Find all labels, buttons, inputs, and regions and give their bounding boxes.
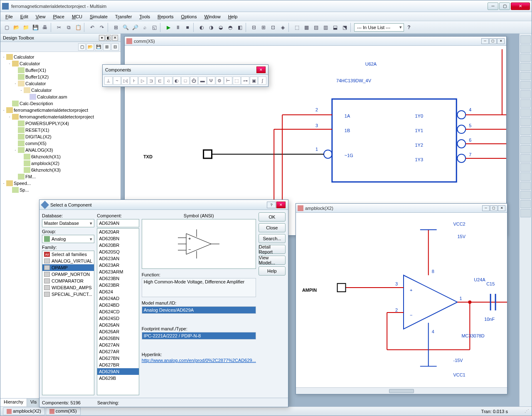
tree-node[interactable]: 6khznotch(X1) xyxy=(1,153,120,160)
family-item[interactable]: OPAMP_NORTON xyxy=(42,271,94,278)
component-item[interactable]: AD629AN xyxy=(97,368,138,375)
tb-ic6-icon[interactable]: ⊟ xyxy=(249,23,259,32)
dt-new-icon[interactable]: ▢ xyxy=(78,43,86,51)
tb-ic11-icon[interactable]: ▦ xyxy=(302,23,311,32)
group-combo[interactable]: Analog xyxy=(42,235,94,243)
tree-node[interactable]: -ferromagneticmaterialdetectorproject xyxy=(1,107,120,113)
component-item[interactable]: AD624 xyxy=(97,288,138,295)
tree-node[interactable]: -Speed... xyxy=(1,180,120,187)
tb-ic1-icon[interactable]: ◐ xyxy=(197,23,206,32)
hyperlink[interactable]: http://www.analog.com/en/prod/0%2C2877%2… xyxy=(142,358,256,363)
instr-19-icon[interactable] xyxy=(520,200,531,208)
tab-visibility[interactable]: Vis xyxy=(27,399,40,406)
component-item[interactable]: AD627AR xyxy=(97,348,138,355)
component-item[interactable]: AD620SQ xyxy=(97,249,138,255)
ampblock-schematic[interactable]: VCC2 15V + − AMPIN xyxy=(296,213,507,387)
tb-opend-icon[interactable]: 📁 xyxy=(21,23,30,32)
tree-node[interactable]: Sp... xyxy=(1,187,120,193)
dt-pin-icon[interactable]: ◧ xyxy=(106,35,111,41)
instr-8-icon[interactable] xyxy=(520,99,531,108)
tb-ic9-icon[interactable]: ◈ xyxy=(278,23,287,32)
comp-misc-icon[interactable]: ♫ xyxy=(164,76,172,85)
maximize-button[interactable]: ▢ xyxy=(499,2,510,10)
comp-hier-icon[interactable]: ∫ xyxy=(258,76,266,85)
model-text[interactable]: Analog Devices/AD629A xyxy=(142,306,256,314)
component-item[interactable]: AD623AN xyxy=(97,255,138,262)
comp-indicator-icon[interactable]: □ xyxy=(181,76,190,85)
mdi-min-icon[interactable]: ─ xyxy=(482,205,490,211)
instr-4-icon[interactable] xyxy=(520,63,531,71)
menu-help[interactable]: Help xyxy=(225,13,241,20)
tb-pause-icon[interactable]: ⏸ xyxy=(173,23,182,32)
component-item[interactable]: AD624BD xyxy=(97,302,138,308)
instr-9-icon[interactable] xyxy=(520,108,531,117)
window-ampblock-titlebar[interactable]: ampblock(X2) ─▢✕ xyxy=(296,204,507,213)
instr-2-icon[interactable] xyxy=(520,44,531,53)
tb-ic14-icon[interactable]: ⬓ xyxy=(330,23,340,32)
component-item[interactable]: AD624AD xyxy=(97,295,138,302)
component-item[interactable]: AD620BR xyxy=(97,242,138,249)
instr-18-icon[interactable] xyxy=(520,191,531,199)
design-toolbox-header[interactable]: Design Toolbox ▾◧✕ xyxy=(0,34,121,42)
tb-ic2-icon[interactable]: ◑ xyxy=(207,23,216,32)
family-item[interactable]: WIDEBAND_AMPS xyxy=(42,284,94,291)
ok-button[interactable]: OK xyxy=(259,212,286,222)
component-item[interactable]: AD626AR xyxy=(97,328,138,335)
instr-14-icon[interactable] xyxy=(520,154,531,162)
tree-node[interactable]: POWERSUPPLY(X4) xyxy=(1,120,120,127)
instr-5-icon[interactable] xyxy=(520,72,531,80)
doc-tab-ampblock[interactable]: ampblock(X2) xyxy=(3,407,45,415)
tb-zoomfit-icon[interactable]: ⊞ xyxy=(111,23,121,32)
comp-conn-icon[interactable]: ⊶ xyxy=(241,76,249,85)
titlebar[interactable]: ferromagneticmaterialdetectorproject - M… xyxy=(0,0,532,12)
components-toolbar-window[interactable]: Components ✕ ⊥ ~ ▷| ⊦ ▷ ⊐ ⊏ ♫ ◐ □ ⏻ ▬ Ψ … xyxy=(102,64,268,87)
tb-ic4-icon[interactable]: ◓ xyxy=(226,23,235,32)
instr-3-icon[interactable] xyxy=(520,54,531,62)
instr-20-icon[interactable] xyxy=(520,209,531,217)
search-button[interactable]: Search... xyxy=(259,234,286,243)
view-model-button[interactable]: View Model... xyxy=(259,256,286,265)
tb-ic5-icon[interactable]: ◧ xyxy=(235,23,244,32)
tb-zoomin-icon[interactable]: 🔍 xyxy=(121,23,130,32)
tb-ic10-icon[interactable]: ⬚ xyxy=(292,23,301,32)
detail-report-button[interactable]: Detail Report xyxy=(259,245,286,254)
component-item[interactable]: AD620BN xyxy=(97,235,138,242)
menu-view[interactable]: View xyxy=(32,13,49,20)
mdi-max-icon[interactable]: ▢ xyxy=(489,38,497,44)
dt-close-icon[interactable]: ✕ xyxy=(112,35,118,41)
tree-node[interactable]: Calculator.asm xyxy=(1,94,120,100)
tb-save-icon[interactable]: 💾 xyxy=(31,23,40,32)
tb-ic12-icon[interactable]: ▤ xyxy=(311,23,320,32)
menu-mcu[interactable]: MCU xyxy=(69,13,86,20)
component-item[interactable]: AD629B xyxy=(97,375,138,382)
tree-node[interactable]: comm(X5) xyxy=(1,140,120,147)
tb-ic7-icon[interactable]: ⊞ xyxy=(259,23,268,32)
comp-ni-icon[interactable]: ⬚ xyxy=(233,76,241,85)
comp-diode-icon[interactable]: ▷| xyxy=(121,76,130,85)
instr-1-icon[interactable] xyxy=(520,35,531,44)
mdi-min-icon[interactable]: ─ xyxy=(481,38,489,44)
dt-ic2-icon[interactable]: ⊟ xyxy=(111,43,119,51)
tab-hierarchy[interactable]: Hierarchy xyxy=(0,399,27,406)
tb-stop-icon[interactable]: ■ xyxy=(183,23,192,32)
mdi-max-icon[interactable]: ▢ xyxy=(490,205,498,211)
comp-basic-icon[interactable]: ~ xyxy=(113,76,121,85)
menu-place[interactable]: Place xyxy=(49,13,68,20)
component-item[interactable]: AD626BN xyxy=(97,335,138,342)
family-item[interactable]: AllSelect all families xyxy=(42,251,94,258)
component-item[interactable]: AD623AR xyxy=(97,262,138,268)
tb-ic3-icon[interactable]: ◒ xyxy=(216,23,225,32)
tb-cut-icon[interactable]: ✂ xyxy=(54,23,64,32)
family-list[interactable]: AllSelect all familiesANALOG_VIRTUALOPAM… xyxy=(42,251,94,395)
dt-ic1-icon[interactable]: ⊞ xyxy=(103,43,111,51)
in-use-list-combo[interactable]: --- In Use List --- xyxy=(354,23,404,32)
component-item[interactable]: AD626AN xyxy=(97,322,138,328)
footprint-text[interactable]: IPC-2221A/2222 / PDIP-N-8 xyxy=(142,332,256,340)
comp-analog-icon[interactable]: ▷ xyxy=(138,76,147,85)
menu-edit[interactable]: Edit xyxy=(17,13,32,20)
tb-ic13-icon[interactable]: ▥ xyxy=(321,23,330,32)
component-item[interactable]: AD620AR xyxy=(97,229,138,235)
dialog-help-icon[interactable]: ? xyxy=(267,202,276,208)
tb-run-icon[interactable]: ▶ xyxy=(164,23,173,32)
component-field[interactable]: AD629AN xyxy=(97,219,139,227)
